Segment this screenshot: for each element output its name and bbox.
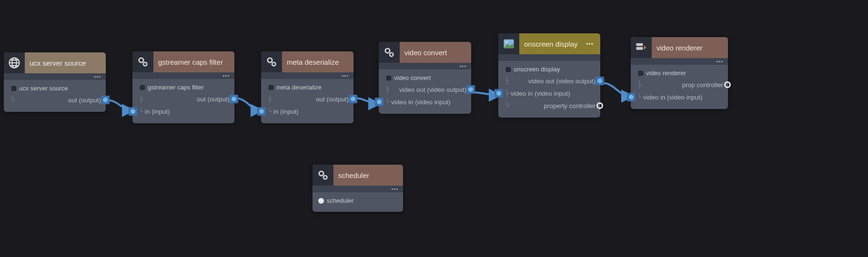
svg-point-9 bbox=[505, 41, 508, 43]
port-socket-icon[interactable] bbox=[257, 107, 266, 116]
connection-wires bbox=[0, 0, 868, 257]
gears-icon bbox=[313, 165, 333, 186]
node-menu-icon[interactable]: ••• bbox=[222, 73, 230, 79]
node-stripe: ••• bbox=[631, 58, 728, 65]
node-stripe: ••• bbox=[4, 73, 106, 80]
node-menu-icon[interactable]: ••• bbox=[391, 186, 398, 192]
node-onscreen-display[interactable]: onscreen display ••• onscreen display ├ … bbox=[498, 33, 600, 118]
port-in[interactable]: └ in (input) bbox=[137, 105, 230, 118]
node-stripe: ••• bbox=[313, 186, 403, 192]
node-menu-icon[interactable]: ••• bbox=[459, 63, 466, 69]
port-socket-icon[interactable] bbox=[349, 95, 357, 103]
port-in[interactable]: └ in (input) bbox=[266, 105, 349, 118]
group-label: video convert bbox=[384, 73, 466, 83]
node-header[interactable]: meta deserialize bbox=[261, 51, 353, 72]
port-video-in[interactable]: └ video in (video input) bbox=[636, 91, 723, 103]
tree-branch-icon: ├ bbox=[636, 81, 643, 89]
port-video-out[interactable]: ├ video out (video output) bbox=[503, 75, 595, 87]
port-socket-icon[interactable] bbox=[318, 198, 324, 204]
group-text: ucx server source bbox=[19, 85, 68, 92]
tree-branch-icon: └ bbox=[137, 108, 145, 115]
svg-point-5 bbox=[272, 62, 275, 66]
node-menu-icon[interactable]: ••• bbox=[94, 74, 101, 79]
node-video-renderer[interactable]: video renderer ••• video renderer ├ prop… bbox=[631, 37, 728, 109]
port-video-in[interactable]: └ video in (video input) bbox=[384, 96, 466, 108]
node-title: ucx server source bbox=[25, 59, 101, 67]
port-socket-icon[interactable] bbox=[466, 85, 475, 94]
svg-rect-11 bbox=[636, 47, 643, 50]
port-socket-icon[interactable] bbox=[595, 77, 604, 85]
group-text: scheduler bbox=[327, 197, 353, 204]
port-socket-icon[interactable] bbox=[129, 107, 137, 116]
svg-rect-10 bbox=[636, 43, 643, 46]
port-label: video in (video input) bbox=[643, 94, 703, 101]
node-header[interactable]: gstreamer caps filter bbox=[132, 51, 234, 72]
port-label: in (input) bbox=[145, 108, 170, 115]
node-video-convert[interactable]: video convert ••• video convert ├ video … bbox=[379, 42, 471, 114]
node-ucx-server-source[interactable]: ucx server source ••• ucx server source … bbox=[4, 52, 106, 112]
node-gstreamer-caps-filter[interactable]: gstreamer caps filter ••• gstreamer caps… bbox=[132, 51, 234, 123]
minus-icon bbox=[140, 85, 145, 90]
port-label: in (input) bbox=[273, 108, 299, 115]
svg-point-7 bbox=[390, 53, 393, 56]
port-label: out (output) bbox=[316, 96, 349, 103]
node-menu-icon[interactable]: ••• bbox=[716, 59, 723, 64]
minus-icon bbox=[506, 67, 511, 72]
port-socket-icon[interactable] bbox=[724, 81, 731, 88]
svg-point-13 bbox=[323, 176, 327, 179]
node-header[interactable]: video convert bbox=[379, 42, 471, 63]
port-label: video out (video output) bbox=[399, 86, 466, 93]
minus-icon bbox=[11, 86, 16, 91]
port-socket-icon[interactable] bbox=[101, 96, 110, 104]
port-socket-icon[interactable] bbox=[375, 98, 384, 106]
port-out[interactable]: ├ out (output) bbox=[266, 93, 349, 105]
port-socket-icon[interactable] bbox=[230, 95, 238, 103]
node-meta-deserialize[interactable]: meta deserialize ••• meta deserialize ├ … bbox=[261, 51, 353, 123]
node-stripe: ••• bbox=[379, 63, 471, 69]
port-out[interactable]: ├ out (output) bbox=[137, 93, 230, 105]
tree-branch-icon: ├ bbox=[137, 95, 145, 103]
node-header[interactable]: onscreen display ••• bbox=[498, 33, 600, 54]
tree-branch-icon: └ bbox=[9, 96, 16, 104]
port-label: property controller bbox=[544, 102, 595, 109]
node-title: video convert bbox=[400, 49, 466, 57]
minus-icon bbox=[638, 71, 643, 76]
port-out[interactable]: └ out (output) bbox=[9, 94, 101, 106]
image-icon bbox=[498, 33, 519, 54]
minus-icon bbox=[269, 85, 273, 90]
tree-branch-icon: ├ bbox=[503, 89, 511, 97]
group-text: video renderer bbox=[646, 69, 686, 77]
node-scheduler[interactable]: scheduler ••• scheduler bbox=[313, 165, 403, 212]
node-title: scheduler bbox=[333, 171, 398, 179]
port-socket-icon[interactable] bbox=[627, 93, 636, 101]
gears-icon bbox=[379, 42, 400, 63]
svg-point-6 bbox=[385, 49, 390, 53]
node-header[interactable]: ucx server source bbox=[4, 52, 106, 73]
gears-icon bbox=[261, 51, 282, 72]
node-header[interactable]: scheduler bbox=[313, 165, 403, 186]
port-label: out (output) bbox=[68, 97, 101, 104]
globe-icon bbox=[4, 52, 25, 73]
minus-icon bbox=[386, 76, 391, 80]
port-video-in[interactable]: ├ video in (video input) bbox=[503, 87, 595, 99]
gears-icon bbox=[132, 51, 153, 72]
group-text: gstreamer caps filter bbox=[148, 84, 204, 91]
port-socket-icon[interactable] bbox=[596, 102, 603, 109]
svg-point-3 bbox=[143, 62, 147, 66]
group-label: gstreamer caps filter bbox=[137, 83, 230, 93]
tree-branch-icon: ├ bbox=[503, 77, 511, 85]
node-menu-icon[interactable]: ••• bbox=[584, 40, 595, 48]
port-video-out[interactable]: ├ video out (video output) bbox=[384, 83, 466, 96]
node-stripe: ••• bbox=[132, 72, 234, 79]
port-property-controller[interactable]: └ property controller bbox=[503, 99, 595, 112]
node-menu-icon[interactable]: ••• bbox=[342, 73, 349, 79]
node-title: meta deserialize bbox=[282, 58, 349, 66]
group-text: video convert bbox=[394, 74, 431, 81]
port-label: prop controller bbox=[682, 81, 723, 89]
node-stripe: ••• bbox=[261, 72, 353, 79]
port-prop-controller[interactable]: ├ prop controller bbox=[636, 79, 723, 91]
group-label: ucx server source bbox=[9, 84, 101, 94]
port-socket-icon[interactable] bbox=[495, 89, 503, 98]
node-title: onscreen display bbox=[519, 40, 584, 48]
node-header[interactable]: video renderer bbox=[631, 37, 728, 58]
